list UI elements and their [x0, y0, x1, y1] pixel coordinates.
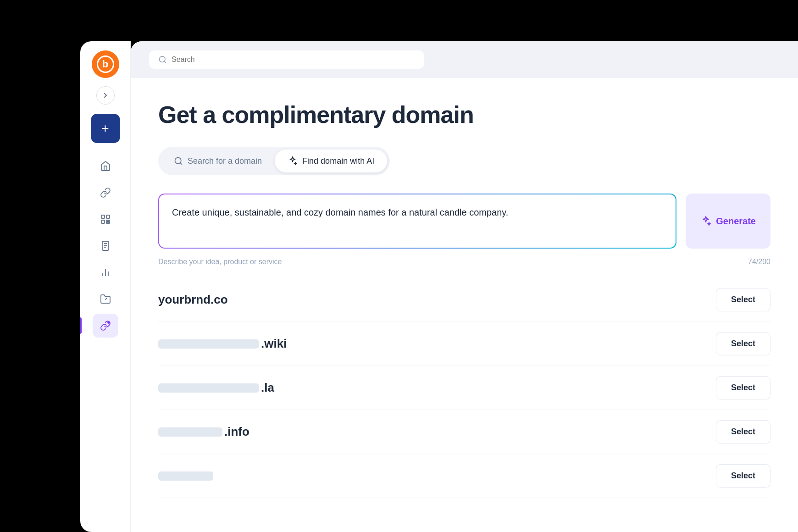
domain-skeleton [158, 471, 215, 481]
topbar [131, 41, 798, 78]
topbar-search-input[interactable] [172, 55, 415, 64]
svg-rect-6 [108, 222, 110, 223]
char-count: 74/200 [748, 258, 770, 266]
link-icon [100, 187, 111, 198]
expand-button[interactable] [96, 86, 115, 105]
search-tab-icon [174, 156, 183, 166]
sidebar-item-analytics[interactable] [93, 260, 118, 284]
generate-sparkle-icon [700, 216, 711, 227]
svg-point-14 [108, 321, 110, 323]
table-row: .wiki Select [158, 322, 770, 366]
table-row: yourbrnd.co Select [158, 288, 770, 322]
sparkle-tab-icon [288, 156, 298, 166]
search-tabs: Search for a domain Find domain with AI [158, 147, 390, 175]
search-tab-label: Search for a domain [188, 156, 262, 166]
svg-rect-7 [102, 241, 109, 250]
pages-icon [100, 240, 111, 251]
domain-skeleton: .la [158, 381, 274, 395]
home-icon [100, 161, 111, 172]
generate-button[interactable]: Generate [686, 194, 770, 249]
domain-skeleton: .info [158, 425, 249, 439]
tab-ai-domain[interactable]: Find domain with AI [275, 150, 387, 172]
page-title: Get a complimentary domain [158, 101, 770, 128]
sidebar-item-home[interactable] [93, 154, 118, 178]
hint-text: Describe your idea, product or service [158, 258, 282, 266]
skeleton-bar [158, 383, 259, 393]
sidebar-item-links[interactable] [93, 181, 118, 205]
table-row: Select [158, 454, 770, 498]
select-button[interactable]: Select [716, 420, 770, 443]
domain-skeleton: .wiki [158, 337, 287, 351]
select-button[interactable]: Select [716, 332, 770, 355]
qr-icon [100, 214, 111, 225]
skeleton-bar [158, 427, 222, 437]
sidebar-item-pages[interactable] [93, 234, 118, 258]
nav-items [80, 154, 130, 338]
svg-rect-0 [101, 215, 105, 218]
page-content: Get a complimentary domain Search for a … [131, 78, 798, 532]
chevron-right-icon [102, 92, 109, 99]
skeleton-bar [158, 339, 259, 349]
search-icon [158, 55, 167, 64]
folder-ai-icon [100, 294, 111, 305]
analytics-icon [100, 267, 111, 278]
tab-search-domain[interactable]: Search for a domain [161, 150, 275, 172]
domain-ext: .info [224, 425, 249, 439]
svg-rect-3 [106, 220, 108, 222]
select-button[interactable]: Select [716, 376, 770, 399]
ai-input-area: Generate [158, 194, 770, 250]
domain-name: yourbrnd.co [158, 293, 228, 307]
content-area: Get a complimentary domain Search for a … [131, 41, 798, 532]
domain-ext: .wiki [261, 337, 287, 351]
select-button[interactable]: Select [716, 464, 770, 488]
logo[interactable] [92, 50, 119, 78]
svg-rect-1 [106, 215, 110, 218]
sidebar-item-ai-links[interactable] [93, 314, 118, 338]
skeleton-bar [158, 471, 213, 481]
ai-textarea-wrapper [158, 194, 676, 250]
logo-inner [97, 55, 114, 73]
svg-rect-2 [101, 220, 105, 223]
table-row: .la Select [158, 366, 770, 410]
ai-description-textarea[interactable] [158, 194, 676, 249]
generate-button-label: Generate [716, 216, 756, 227]
svg-rect-5 [106, 222, 108, 223]
add-button[interactable]: + [91, 114, 120, 143]
domain-ext: .la [261, 381, 274, 395]
hint-row: Describe your idea, product or service 7… [158, 258, 770, 266]
ai-tab-label: Find domain with AI [302, 156, 374, 166]
sidebar-item-folder[interactable] [93, 287, 118, 311]
select-button[interactable]: Select [716, 288, 770, 311]
domain-list: yourbrnd.co Select .wiki Select .la Sele… [158, 288, 770, 498]
ai-link-icon [100, 320, 111, 331]
search-bar[interactable] [149, 50, 424, 69]
svg-rect-4 [108, 220, 110, 222]
table-row: .info Select [158, 410, 770, 454]
sidebar: + [80, 41, 131, 532]
sidebar-item-qr[interactable] [93, 207, 118, 231]
